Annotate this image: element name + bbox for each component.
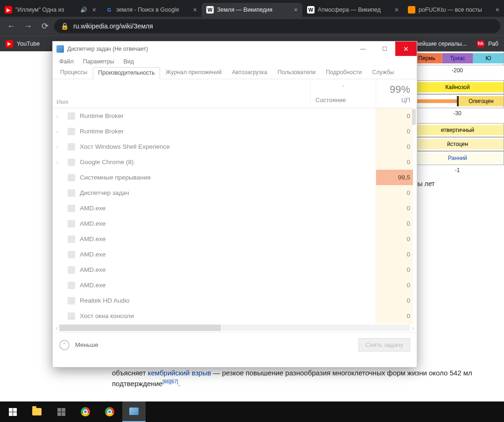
collapse-icon[interactable]: ⌃ [59,340,70,350]
column-headers: Имя ⌄ Состояние 99% ЦП [53,79,417,108]
geo-period: Ю [473,53,504,63]
process-icon [68,174,75,181]
menu-item[interactable]: Вид [123,58,134,65]
browser-tab[interactable]: WЗемля — Википедия× [202,3,302,17]
process-row[interactable]: AMD.exe0 [53,262,417,277]
process-name: Хост Windows Shell Experience [80,143,170,150]
titlebar[interactable]: Диспетчер задач (Не отвечает) — ☐ ✕ [53,42,417,56]
back-button[interactable]: ← [4,19,19,34]
tab-close-icon[interactable]: × [496,6,499,14]
process-row[interactable]: Хост окна консоли0 [53,308,417,324]
geo-period: Олигоцен [457,96,504,106]
process-cpu: 0 [376,247,413,262]
process-name: AMD.exe [80,220,106,227]
horizontal-scrollbar[interactable]: ‹ › [53,324,417,332]
menu-item[interactable]: Параметры [83,58,114,65]
menu-item[interactable]: Файл [59,58,74,65]
process-row[interactable]: Системные прерывания99,5 [53,170,417,185]
bookmark-label: YouTube [17,41,40,47]
expand-icon[interactable]: › [56,159,63,165]
url-field[interactable]: 🔒 ru.wikipedia.org/wiki/Земля [54,19,500,33]
tm-tab[interactable]: Производительность [93,67,160,79]
footer: ⌃ Меньше Снять задачу [53,332,417,357]
process-name: AMD.exe [80,266,106,273]
fewer-details[interactable]: Меньше [75,341,353,348]
col-cpu[interactable]: 99% ЦП [376,79,413,105]
tab-close-icon[interactable]: × [92,6,96,14]
process-cpu: 0 [376,185,413,201]
minimize-button[interactable]: — [352,42,374,56]
browser-tab[interactable]: ▶"Иллиум" Одна из🔊× [0,3,101,17]
process-row[interactable]: ›Google Chrome (8)0 [53,154,417,170]
process-row[interactable]: ›Хост Windows Shell Experience0 [53,139,417,154]
maximize-button[interactable]: ☐ [374,42,395,56]
close-button[interactable]: ✕ [395,42,417,56]
task-manager-window: Диспетчер задач (Не отвечает) — ☐ ✕ Файл… [52,41,417,367]
process-row[interactable]: Realtek HD Audio0 [53,293,417,308]
tab-close-icon[interactable]: × [395,6,399,14]
tab-close-icon[interactable]: × [193,6,197,14]
end-task-button[interactable]: Снять задачу [358,338,410,352]
chrome-2[interactable] [98,401,121,422]
tm-tab[interactable]: Подробности [321,67,366,79]
geo-period: Триас [442,53,473,63]
task-manager-taskbar[interactable] [122,401,146,422]
expand-icon[interactable]: › [56,144,63,150]
process-name: Google Chrome (8) [80,159,134,166]
expand-icon[interactable]: › [56,113,63,119]
process-row[interactable]: AMD.exe0 [53,231,417,247]
browser-tab[interactable]: WАтмосфера — Википед× [302,3,403,17]
forward-button[interactable]: → [21,19,35,34]
tm-tab[interactable]: Журнал приложений [161,67,226,79]
process-row[interactable]: AMD.exe0 [53,277,417,293]
process-icon [68,112,75,120]
process-list[interactable]: ›Runtime Broker0›Runtime Broker0›Хост Wi… [53,108,417,324]
process-icon [68,220,75,228]
geo-period: Кайнозой [411,82,504,92]
browser-tab[interactable]: poFUCKtu — все посты× [403,3,504,17]
tab-close-icon[interactable]: × [294,6,298,14]
link-cambrian[interactable]: кембрийский взрыв [148,369,211,377]
process-row[interactable]: AMD.exe0 [53,216,417,231]
file-explorer[interactable] [25,401,49,422]
process-row[interactable]: ›Runtime Broker0 [53,124,417,139]
process-cpu: 0 [376,201,413,216]
process-name: AMD.exe [80,205,106,212]
menu-bar: ФайлПараметрыВид [53,56,417,67]
process-row[interactable]: Диспетчер задач0 [53,185,417,201]
task-view[interactable] [49,401,73,422]
tm-tab[interactable]: Автозагрузка [227,67,272,79]
col-state[interactable]: ⌄ Состояние [310,79,376,105]
reload-button[interactable]: ⟳ [37,19,52,34]
expand-icon[interactable]: › [56,129,63,134]
process-cpu: 0 [376,277,413,293]
scroll-left-icon[interactable]: ‹ [56,325,57,332]
process-row[interactable]: AMD.exe0 [53,247,417,262]
process-cpu: 0 [376,262,413,277]
process-row[interactable]: ›Runtime Broker0 [53,108,417,124]
start-button[interactable] [1,401,24,422]
vertical-scroll-thumb[interactable] [412,109,416,125]
geo-period: Ранний [411,153,504,163]
geologic-timeline: ПермьТриасЮ-200КайнозойОлигоцен-30етверт… [411,51,504,187]
col-name[interactable]: Имя [56,98,310,105]
tm-tab[interactable]: Процессы [56,67,92,79]
tm-tab[interactable]: Пользователи [273,67,321,79]
process-name: Системные прерывания [80,174,151,181]
process-cpu: 0 [376,231,413,247]
bookmark-label: Раб [488,41,498,47]
browser-tab[interactable]: Gземля - Поиск в Google× [101,3,202,17]
bookmark[interactable]: hhРаб [477,40,498,48]
process-name: Диспетчер задач [80,189,129,196]
horizontal-scroll-thumb[interactable] [59,325,221,331]
process-icon [68,312,75,320]
tm-tab[interactable]: Службы [367,67,399,79]
url-text: ru.wikipedia.org/wiki/Земля [73,22,153,30]
audio-icon[interactable]: 🔊 [80,7,87,13]
process-row[interactable]: AMD.exe0 [53,201,417,216]
process-icon [68,159,75,166]
scroll-right-icon[interactable]: › [412,325,414,332]
geo-period [411,99,457,103]
chrome-1[interactable] [74,401,97,422]
bookmark[interactable]: ▶YouTube [6,40,40,48]
